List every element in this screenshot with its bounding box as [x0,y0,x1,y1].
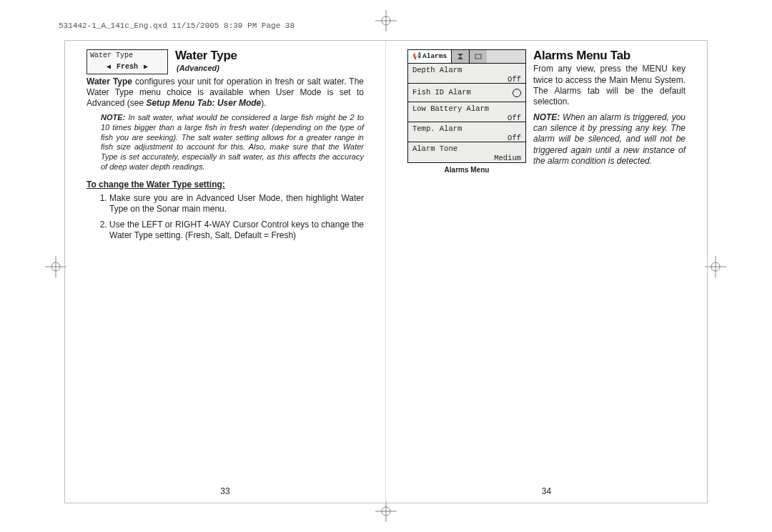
alarms-caption: Alarms Menu [445,166,490,175]
left-arrow-icon: ◀ [107,63,111,72]
alarm-value: Off [508,114,521,123]
right-arrow-icon: ▶ [144,63,148,72]
print-header: 531442-1_A_141c_Eng.qxd 11/15/2005 8:39 … [59,21,295,30]
tab-next-2 [470,50,487,63]
water-type-note: NOTE: In salt water, what would be consi… [101,113,364,172]
alarm-name: Depth Alarm [412,66,521,75]
alarm-name: Low Battery Alarm [412,104,521,114]
alarm-row-depth: Depth Alarm Off [408,64,525,84]
tab-next-1 [452,50,470,63]
lead-ref: Setup Menu Tab: User Mode [146,98,261,108]
page-spread: Water Type ◀ Fresh ▶ Water Type (Advance… [64,40,708,503]
alarms-menu-widget: 📢 Alarms Depth Alarm Off [407,49,526,163]
speaker-icon: 📢 [412,52,421,61]
note-label: NOTE: [101,113,125,122]
alarm-row-tone: Alarm Tone Medium [408,142,525,162]
registration-mark-right [705,256,726,277]
page-left: Water Type ◀ Fresh ▶ Water Type (Advance… [65,41,386,503]
note-body: In salt water, what would be considered … [101,113,364,171]
note-label: NOTE: [533,112,560,122]
registration-mark-left [45,256,66,277]
alarm-value: Off [508,134,521,143]
step-item: Make sure you are in Advanced User Mode,… [109,193,364,215]
alarm-row-lowbatt: Low Battery Alarm Off [408,102,525,122]
alarm-value: Off [508,75,521,84]
alarm-row-temp: Temp. Alarm Off [408,122,525,142]
water-type-widget-value: Fresh [117,63,138,72]
registration-mark-top [375,10,397,31]
alarm-name: Alarm Tone [412,144,521,154]
page-number-right: 34 [407,486,686,497]
lead-term: Water Type [86,77,132,87]
section-title-alarms: Alarms Menu Tab [533,48,686,63]
alarm-row-fishid: Fish ID Alarm [408,84,525,102]
gear-icon [473,53,483,60]
alarm-name: Fish ID Alarm [412,88,471,97]
water-type-widget-title: Water Type [87,50,167,61]
hourglass-icon [455,53,465,60]
section-title-water-type: Water Type [175,48,364,63]
tab-alarms: 📢 Alarms [408,50,452,63]
svg-rect-13 [475,54,481,59]
steps-heading: To change the Water Type setting: [86,179,364,190]
registration-mark-bottom [375,501,397,522]
alarm-value: Medium [494,154,521,163]
lead-end: ). [261,98,266,108]
tab-alarms-label: Alarms [422,52,447,61]
section-subtitle: (Advanced) [177,64,364,74]
step-item: Use the LEFT or RIGHT 4-WAY Cursor Contr… [109,220,364,242]
alarms-description: From any view, press the MENU key twice … [533,64,686,107]
page-right: 📢 Alarms Depth Alarm Off [386,41,707,503]
fish-id-off-icon [513,89,521,97]
alarms-note: NOTE: When an alarm is triggered, you ca… [533,112,686,167]
water-type-description: Water Type configures your unit for oper… [86,77,364,109]
alarms-tabs: 📢 Alarms [408,50,525,64]
steps-list: Make sure you are in Advanced User Mode,… [101,193,364,242]
water-type-widget: Water Type ◀ Fresh ▶ [86,49,168,74]
page-number-left: 33 [86,486,364,497]
alarm-name: Temp. Alarm [412,124,521,134]
svg-marker-12 [457,54,463,59]
